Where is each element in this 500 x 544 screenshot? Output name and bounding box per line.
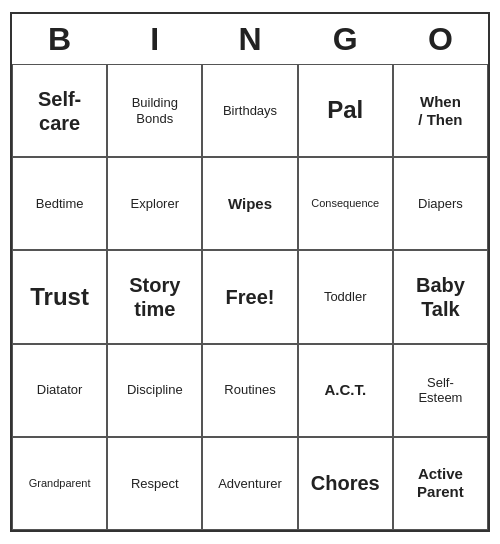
bingo-grid: Self-careBuildingBondsBirthdaysPalWhen/ … [12,64,488,530]
bingo-cell: Pal [298,64,393,157]
cell-label: Explorer [131,196,179,212]
bingo-cell: BabyTalk [393,250,488,343]
bingo-row: TrustStorytimeFree!ToddlerBabyTalk [12,250,488,343]
cell-label: Respect [131,476,179,492]
bingo-cell: Toddler [298,250,393,343]
bingo-cell: Respect [107,437,202,530]
bingo-row: BedtimeExplorerWipesConsequenceDiapers [12,157,488,250]
bingo-row: Self-careBuildingBondsBirthdaysPalWhen/ … [12,64,488,157]
cell-label: Self-Esteem [418,375,462,406]
bingo-cell: Wipes [202,157,297,250]
bingo-row: DiatatorDisciplineRoutinesA.C.T.Self-Est… [12,344,488,437]
cell-label: ActiveParent [417,465,464,501]
header-letter: B [12,14,107,64]
cell-label: Toddler [324,289,367,305]
cell-label: Self-care [38,87,81,135]
bingo-cell: Storytime [107,250,202,343]
bingo-cell: A.C.T. [298,344,393,437]
bingo-cell: BuildingBonds [107,64,202,157]
cell-label: Bedtime [36,196,84,212]
cell-label: When/ Then [418,93,462,129]
header-letter: N [202,14,297,64]
bingo-cell: Discipline [107,344,202,437]
bingo-cell: Free! [202,250,297,343]
bingo-cell: Grandparent [12,437,107,530]
cell-label: BuildingBonds [132,95,178,126]
cell-label: Routines [224,382,275,398]
cell-label: Pal [327,96,363,125]
cell-label: Diapers [418,196,463,212]
bingo-cell: Trust [12,250,107,343]
bingo-header: BINGO [12,14,488,64]
header-letter: I [107,14,202,64]
cell-label: A.C.T. [324,381,366,399]
bingo-cell: Diatator [12,344,107,437]
cell-label: Free! [226,285,275,309]
bingo-cell: Consequence [298,157,393,250]
bingo-row: GrandparentRespectAdventurerChoresActive… [12,437,488,530]
cell-label: Discipline [127,382,183,398]
cell-label: BabyTalk [416,273,465,321]
bingo-cell: When/ Then [393,64,488,157]
cell-label: Grandparent [29,477,91,490]
cell-label: Consequence [311,197,379,210]
bingo-cell: Bedtime [12,157,107,250]
bingo-cell: Routines [202,344,297,437]
bingo-cell: ActiveParent [393,437,488,530]
cell-label: Wipes [228,195,272,213]
cell-label: Storytime [129,273,180,321]
bingo-cell: Chores [298,437,393,530]
header-letter: G [298,14,393,64]
cell-label: Birthdays [223,103,277,119]
bingo-cell: Explorer [107,157,202,250]
bingo-card: BINGO Self-careBuildingBondsBirthdaysPal… [10,12,490,532]
header-letter: O [393,14,488,64]
cell-label: Trust [30,283,89,312]
cell-label: Diatator [37,382,83,398]
cell-label: Adventurer [218,476,282,492]
bingo-cell: Adventurer [202,437,297,530]
bingo-cell: Diapers [393,157,488,250]
bingo-cell: Birthdays [202,64,297,157]
bingo-cell: Self-Esteem [393,344,488,437]
cell-label: Chores [311,471,380,495]
bingo-cell: Self-care [12,64,107,157]
